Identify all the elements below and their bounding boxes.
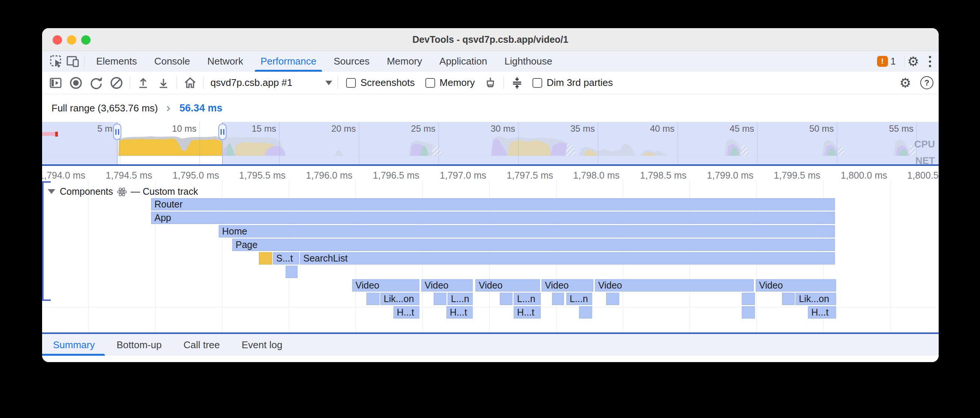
selection-left-handle[interactable] <box>113 124 121 140</box>
download-profile-icon[interactable] <box>155 74 172 91</box>
flame-bar[interactable] <box>742 306 755 318</box>
selection-right-handle[interactable] <box>218 124 227 140</box>
titlebar: DevTools - qsvd7p.csb.app/video/1 <box>42 28 939 51</box>
tab-lighthouse[interactable]: Lighthouse <box>496 51 561 72</box>
flame-bar[interactable] <box>286 266 298 278</box>
screenshots-checkbox[interactable] <box>346 78 356 88</box>
capture-settings-gear-icon[interactable]: ⚙ <box>900 76 911 89</box>
flame-bar[interactable] <box>552 293 564 305</box>
bottom-tab-bottom-up[interactable]: Bottom-up <box>106 334 172 356</box>
dim-3rd-parties-checkbox-group[interactable]: Dim 3rd parties <box>533 77 613 89</box>
flame-bar[interactable] <box>500 293 512 305</box>
collapse-tracks-icon[interactable] <box>509 74 525 91</box>
flame-bar[interactable] <box>782 293 795 305</box>
upload-profile-icon[interactable] <box>135 74 151 91</box>
ruler-tick-label: 1,795.0 ms <box>172 166 219 185</box>
flame-bar[interactable] <box>366 293 380 305</box>
detail-time-ruler: 1,794.0 ms1,794.5 ms1,795.0 ms1,795.5 ms… <box>42 166 939 185</box>
flame-bar-h-t[interactable]: H...t <box>514 306 541 318</box>
breadcrumb-selected-range[interactable]: 56.34 ms <box>180 103 223 114</box>
flame-chart[interactable]: Components — Custom track RouterAppHomeP… <box>42 185 939 332</box>
tab-performance[interactable]: Performance <box>252 51 325 72</box>
bottom-tab-summary[interactable]: Summary <box>42 334 106 356</box>
flame-bar-h-t[interactable]: H...t <box>808 306 836 318</box>
dim-3rd-parties-checkbox[interactable] <box>533 78 542 88</box>
flame-bar-video[interactable]: Video <box>421 279 473 291</box>
collapse-triangle-icon[interactable] <box>48 189 55 194</box>
overview-tick-label: 25 ms <box>411 123 436 135</box>
bottom-tab-event-log[interactable]: Event log <box>231 334 293 356</box>
tab-sources[interactable]: Sources <box>325 51 378 72</box>
ruler-tick-label: 1,796.5 ms <box>373 166 419 185</box>
toggle-sidebar-icon[interactable] <box>47 74 64 91</box>
flame-bar-lik-on[interactable]: Lik...on <box>380 293 419 305</box>
tab-elements[interactable]: Elements <box>88 51 145 72</box>
tab-bar-right: ! 1 ⚙ <box>877 55 934 68</box>
overview-tick-label: 10 ms <box>172 123 197 135</box>
flame-bar-l-n[interactable]: L...n <box>514 293 541 305</box>
issues-icon[interactable]: ! <box>877 56 888 67</box>
flame-bar-home[interactable]: Home <box>219 225 835 238</box>
flame-bar-app[interactable]: App <box>151 212 835 224</box>
tab-bar-left-icons <box>48 53 88 70</box>
overview-tick-label: 40 ms <box>650 123 675 135</box>
inspect-element-icon[interactable] <box>48 53 65 70</box>
device-toolbar-icon[interactable] <box>65 53 81 70</box>
timeline-overview[interactable]: 5 ms10 ms15 ms20 ms25 ms30 ms35 ms40 ms4… <box>42 122 939 164</box>
flame-bar-s-t[interactable]: S...t <box>273 252 299 264</box>
settings-gear-icon[interactable]: ⚙ <box>907 55 919 68</box>
flame-bar[interactable] <box>579 306 592 318</box>
memory-checkbox-group[interactable]: Memory <box>425 77 475 89</box>
garbage-collect-icon[interactable] <box>482 74 499 91</box>
ruler-tick-label: 1,798.0 ms <box>573 166 620 185</box>
flame-bar-video[interactable]: Video <box>541 279 593 291</box>
flame-bar-video[interactable]: Video <box>475 279 540 291</box>
home-icon[interactable] <box>182 74 199 91</box>
overview-gridline <box>279 122 280 164</box>
ruler-tick-label: 1,797.5 ms <box>506 166 553 185</box>
flame-bar-lik-on[interactable]: Lik...on <box>795 293 836 305</box>
flame-bar[interactable] <box>434 293 446 305</box>
flame-bar[interactable] <box>606 293 619 305</box>
tab-memory[interactable]: Memory <box>378 51 431 72</box>
ruler-tick-label: 1,798.5 ms <box>640 166 687 185</box>
chevron-right-icon: › <box>166 100 170 115</box>
window-bottom-strip <box>42 356 939 362</box>
flame-bar-l-n[interactable]: L...n <box>566 293 592 305</box>
flame-bar-h-t[interactable]: H...t <box>446 306 473 318</box>
ruler-tick-label: 1,795.5 ms <box>239 166 286 185</box>
bottom-tab-call-tree[interactable]: Call tree <box>172 334 231 356</box>
separator <box>177 77 177 89</box>
memory-checkbox[interactable] <box>425 78 435 88</box>
flame-bar-searchlist[interactable]: SearchList <box>300 252 835 264</box>
flame-bar-h-t[interactable]: H...t <box>393 306 419 318</box>
flame-bar-l-n[interactable]: L...n <box>447 293 473 305</box>
target-selector[interactable]: qsvd7p.csb.app #1 <box>210 77 332 89</box>
breadcrumb-full-range[interactable]: Full range (3,653.76 ms) <box>51 103 158 114</box>
flame-bar-page[interactable]: Page <box>232 239 835 251</box>
tab-network[interactable]: Network <box>199 51 252 72</box>
tab-application[interactable]: Application <box>431 51 496 72</box>
flame-bar[interactable] <box>742 293 755 305</box>
overview-tick-label: 50 ms <box>810 123 834 135</box>
track-header[interactable]: Components — Custom track <box>48 186 198 197</box>
flame-bar-video[interactable]: Video <box>352 279 419 291</box>
track-subtitle: — Custom track <box>131 186 198 197</box>
record-and-reload-icon[interactable] <box>88 74 105 91</box>
flame-bar[interactable] <box>259 252 272 264</box>
more-options-icon[interactable] <box>929 56 931 67</box>
record-icon[interactable] <box>68 74 84 91</box>
screenshots-checkbox-group[interactable]: Screenshots <box>346 77 415 89</box>
flame-bar-video[interactable]: Video <box>756 279 836 291</box>
ruler-tick-label: 1,797.0 ms <box>440 166 486 185</box>
overview-tick-label: 20 ms <box>331 123 356 135</box>
clear-icon[interactable] <box>108 74 125 91</box>
overview-tick-label: 35 ms <box>570 123 595 135</box>
separator <box>203 77 204 89</box>
flame-bar-video[interactable]: Video <box>595 279 754 291</box>
tab-console[interactable]: Console <box>145 51 199 72</box>
help-icon[interactable]: ? <box>920 76 934 89</box>
interaction-marker <box>42 132 56 136</box>
flame-bar-router[interactable]: Router <box>151 198 835 211</box>
memory-label: Memory <box>440 77 475 89</box>
